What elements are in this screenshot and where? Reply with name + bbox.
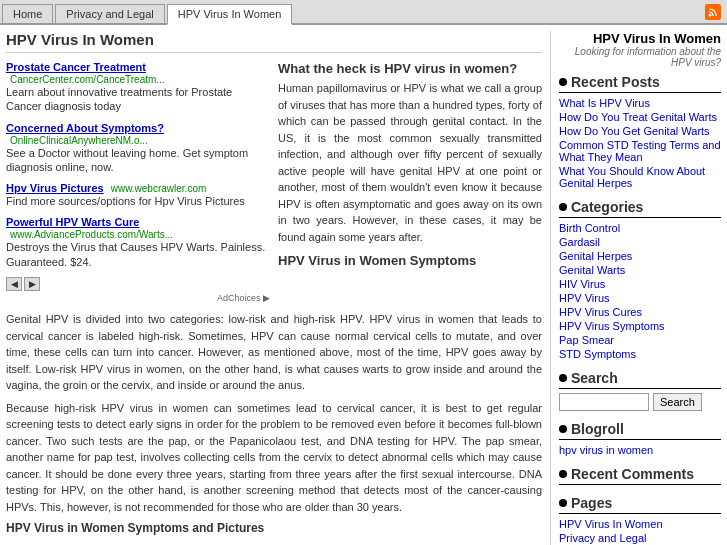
ad-title-1[interactable]: Concerned About Symptoms? [6,122,164,134]
ad-url-1: OnlineClinicalAnywhereNM.o... [10,135,148,146]
bullet-icon [559,78,567,86]
search-section: Search Search [559,370,721,411]
recent-post-0[interactable]: What Is HPV Virus [559,97,721,109]
ad-url-3: www.AdvianceProducts.com/Warts... [10,229,173,240]
ad-desc-2: Find more sources/options for Hpv Virus … [6,194,270,208]
blogroll-heading: Blogroll [559,421,721,440]
symptoms-title: HPV Virus in Women Symptoms [278,253,542,268]
ad-choices: AdChoices ▶ [6,293,270,303]
ads-left: Prostate Cancer Treatment CancerCenter.c… [6,61,270,303]
categories-section: Categories Birth Control Gardasil Genita… [559,199,721,360]
article-text: Human papillomavirus or HPV is what we c… [278,80,542,245]
article-title: What the heck is HPV virus in women? [278,61,542,76]
tab-home[interactable]: Home [2,4,53,23]
bottom-section-title: HPV Virus in Women Symptoms and Pictures [6,521,542,535]
recent-comments-heading: Recent Comments [559,466,721,485]
body-paragraph-2: Because high-risk HPV virus in women can… [6,400,542,516]
tab-privacy[interactable]: Privacy and Legal [55,4,164,23]
ad-url-2: www.webcrawler.com [111,183,207,194]
ad-item-0: Prostate Cancer Treatment CancerCenter.c… [6,61,270,114]
recent-post-1[interactable]: How Do You Treat Genital Warts [559,111,721,123]
category-1[interactable]: Gardasil [559,236,721,248]
recent-posts-section: Recent Posts What Is HPV Virus How Do Yo… [559,74,721,189]
sidebar-header: HPV Virus In Women Looking for informati… [559,31,721,68]
article-section: What the heck is HPV virus in women? Hum… [278,61,542,303]
bullet-icon [559,470,567,478]
main-content: HPV Virus In Women Prostate Cancer Treat… [6,31,551,545]
category-6[interactable]: HPV Virus Cures [559,306,721,318]
page-link-0[interactable]: HPV Virus In Women [559,518,721,530]
bullet-icon [559,203,567,211]
search-input[interactable] [559,393,649,411]
body-paragraph-1: Genital HPV is divided into two categori… [6,311,542,394]
sidebar-title: HPV Virus In Women [559,31,721,46]
ad-url-0: CancerCenter.com/CanceTreatm... [10,74,165,85]
category-0[interactable]: Birth Control [559,222,721,234]
rss-icon[interactable] [705,4,721,20]
ad-navigation: ◀ ▶ [6,277,270,291]
ad-title-2[interactable]: Hpv Virus Pictures [6,182,104,194]
category-9[interactable]: STD Symptoms [559,348,721,360]
page-wrapper: HPV Virus In Women Prostate Cancer Treat… [0,25,727,545]
search-button[interactable]: Search [653,393,702,411]
search-box: Search [559,393,721,411]
ad-title-3[interactable]: Powerful HPV Warts Cure [6,216,139,228]
recent-post-2[interactable]: How Do You Get Genital Warts [559,125,721,137]
sidebar-subtitle: Looking for information about the HPV vi… [559,46,721,68]
category-7[interactable]: HPV Virus Symptoms [559,320,721,332]
ad-desc-3: Destroys the Virus that Causes HPV Warts… [6,240,270,269]
recent-comments-section: Recent Comments [559,466,721,485]
pages-heading: Pages [559,495,721,514]
page-title: HPV Virus In Women [6,31,542,53]
recent-post-4[interactable]: What You Should Know About Genital Herpe… [559,165,721,189]
ad-next-button[interactable]: ▶ [24,277,40,291]
categories-heading: Categories [559,199,721,218]
ad-item-3: Powerful HPV Warts Cure www.AdvianceProd… [6,216,270,269]
blogroll-link-0[interactable]: hpv virus in women [559,444,721,456]
category-8[interactable]: Pap Smear [559,334,721,346]
tab-bar: Home Privacy and Legal HPV Virus In Wome… [0,0,727,25]
ad-item-1: Concerned About Symptoms? OnlineClinical… [6,122,270,175]
ad-item-2: Hpv Virus Pictures www.webcrawler.com Fi… [6,182,270,208]
ad-desc-1: See a Doctor without leaving home. Get s… [6,146,270,175]
bullet-icon [559,374,567,382]
ad-prev-button[interactable]: ◀ [6,277,22,291]
ads-section: Prostate Cancer Treatment CancerCenter.c… [6,61,542,303]
ad-desc-0: Learn about innovative treatments for Pr… [6,85,270,114]
svg-point-0 [709,14,712,17]
recent-posts-heading: Recent Posts [559,74,721,93]
blogroll-section: Blogroll hpv virus in women [559,421,721,456]
recent-post-3[interactable]: Common STD Testing Terms and What They M… [559,139,721,163]
sidebar: HPV Virus In Women Looking for informati… [551,31,721,545]
category-5[interactable]: HPV Virus [559,292,721,304]
bullet-icon [559,499,567,507]
pages-section: Pages HPV Virus In Women Privacy and Leg… [559,495,721,544]
category-3[interactable]: Genital Warts [559,264,721,276]
search-heading: Search [559,370,721,389]
category-2[interactable]: Genital Herpes [559,250,721,262]
bullet-icon [559,425,567,433]
page-link-1[interactable]: Privacy and Legal [559,532,721,544]
tab-hpv[interactable]: HPV Virus In Women [167,4,293,25]
category-4[interactable]: HIV Virus [559,278,721,290]
ad-title-0[interactable]: Prostate Cancer Treatment [6,61,146,73]
